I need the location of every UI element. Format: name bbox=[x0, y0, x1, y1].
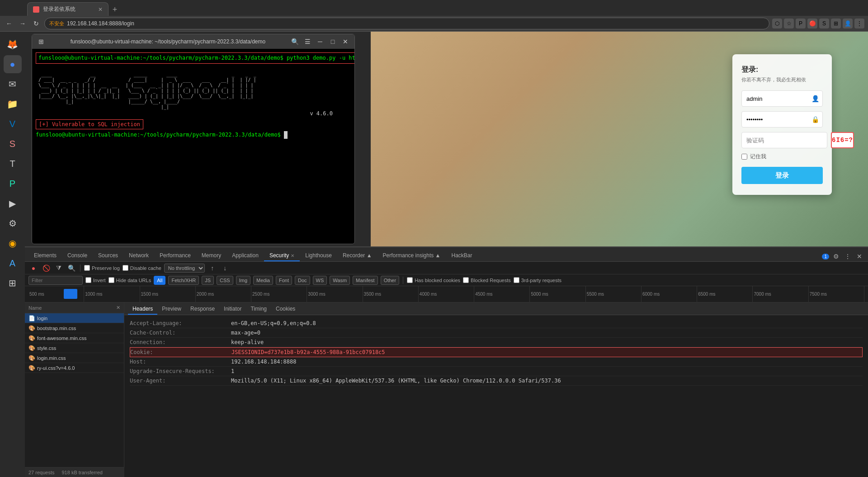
third-party-checkbox[interactable] bbox=[514, 277, 519, 283]
network-row-login[interactable]: 📄 login bbox=[25, 313, 124, 323]
filter-css-btn[interactable]: CSS bbox=[217, 276, 233, 285]
tab-close-button[interactable]: ✕ bbox=[98, 6, 103, 13]
ext-icon-7[interactable]: 👤 bbox=[843, 19, 853, 28]
sidebar-icon-orange[interactable]: ◉ bbox=[4, 234, 22, 252]
terminal-icon-btn[interactable]: ⊞ bbox=[37, 37, 46, 46]
filter-toggle-button[interactable]: ⧩ bbox=[54, 263, 64, 273]
forward-button[interactable]: → bbox=[17, 18, 28, 29]
detail-tab-preview[interactable]: Preview bbox=[157, 304, 186, 315]
invert-label[interactable]: Invert bbox=[85, 277, 106, 283]
third-party-label[interactable]: 3rd-party requests bbox=[514, 277, 561, 283]
sidebar-icon-terminal[interactable]: ▶ bbox=[4, 194, 22, 213]
hide-data-urls-checkbox[interactable] bbox=[108, 277, 114, 283]
search-button[interactable]: 🔍 bbox=[66, 263, 76, 273]
ext-icon-1[interactable]: ⬡ bbox=[772, 19, 782, 28]
sidebar-icon-settings[interactable]: ⚙ bbox=[4, 214, 22, 232]
ext-icon-3[interactable]: P bbox=[796, 19, 806, 28]
tab-hackbar[interactable]: HackBar bbox=[446, 250, 477, 261]
network-row-loginmin[interactable]: 🎨 login.min.css bbox=[25, 353, 124, 363]
remember-checkbox[interactable] bbox=[741, 154, 747, 160]
detail-tab-initiator[interactable]: Initiator bbox=[219, 304, 246, 315]
terminal-close-btn[interactable]: ✕ bbox=[341, 37, 350, 46]
sidebar-icon-pycharm[interactable]: P bbox=[4, 175, 22, 193]
tab-lighthouse[interactable]: Lighthouse bbox=[300, 250, 337, 261]
record-button[interactable]: ● bbox=[28, 263, 38, 273]
password-input[interactable] bbox=[741, 111, 823, 128]
sidebar-icon-mail[interactable]: ✉ bbox=[4, 75, 22, 93]
terminal-minimize-btn[interactable]: ─ bbox=[316, 37, 325, 46]
new-tab-button[interactable]: + bbox=[108, 3, 121, 16]
terminal-menu-btn[interactable]: ☰ bbox=[303, 37, 312, 46]
clear-button[interactable]: 🚫 bbox=[41, 263, 51, 273]
preserve-log-label[interactable]: Preserve log bbox=[84, 265, 120, 271]
ext-icon-8[interactable]: ⋮ bbox=[854, 19, 864, 28]
captcha-input[interactable] bbox=[741, 132, 827, 148]
address-bar[interactable]: 不安全 192.168.148.184:8888/login bbox=[44, 18, 769, 29]
ext-icon-4[interactable]: 🔴 bbox=[807, 19, 817, 28]
network-row-fontawesome[interactable]: 🎨 font-awesome.min.css bbox=[25, 333, 124, 343]
tab-performance[interactable]: Performance bbox=[154, 250, 196, 261]
detail-tab-response[interactable]: Response bbox=[186, 304, 219, 315]
filter-ws-btn[interactable]: WS bbox=[313, 276, 327, 285]
tab-network[interactable]: Network bbox=[123, 250, 154, 261]
detail-tab-timing[interactable]: Timing bbox=[246, 304, 271, 315]
preserve-log-checkbox[interactable] bbox=[84, 265, 90, 271]
username-input[interactable] bbox=[741, 90, 823, 107]
tab-memory[interactable]: Memory bbox=[196, 250, 226, 261]
sidebar-icon-store[interactable]: A bbox=[4, 254, 22, 272]
filter-wasm-btn[interactable]: Wasm bbox=[330, 276, 350, 285]
ext-icon-6[interactable]: ⊞ bbox=[831, 19, 841, 28]
hide-data-urls-label[interactable]: Hide data URLs bbox=[108, 277, 151, 283]
security-tab-close[interactable]: ✕ bbox=[291, 253, 294, 258]
export-icon[interactable]: ↓ bbox=[220, 263, 230, 273]
sidebar-icon-firefox[interactable]: 🦊 bbox=[4, 35, 22, 53]
tab-console[interactable]: Console bbox=[62, 250, 93, 261]
detail-tab-headers[interactable]: Headers bbox=[128, 304, 157, 315]
ext-icon-5[interactable]: S bbox=[819, 19, 829, 28]
filter-manifest-btn[interactable]: Manifest bbox=[353, 276, 378, 285]
has-blocked-checkbox[interactable] bbox=[407, 277, 413, 283]
sidebar-icon-sublime[interactable]: S bbox=[4, 135, 22, 153]
browser-tab[interactable]: 登录若依系统 ✕ bbox=[27, 2, 108, 16]
devtools-close-icon[interactable]: ✕ bbox=[854, 251, 864, 261]
filter-doc-btn[interactable]: Doc bbox=[295, 276, 310, 285]
filter-all-btn[interactable]: All bbox=[154, 276, 165, 285]
login-button[interactable]: 登录 bbox=[741, 167, 823, 184]
back-button[interactable]: ← bbox=[4, 18, 14, 29]
captcha-image[interactable]: 6I6=? bbox=[831, 132, 854, 148]
sidebar-icon-files[interactable]: 📁 bbox=[4, 95, 22, 113]
tab-security[interactable]: Security ✕ bbox=[264, 250, 300, 261]
devtools-more-icon[interactable]: ⋮ bbox=[843, 251, 853, 261]
sidebar-icon-grid[interactable]: ⊞ bbox=[4, 274, 22, 292]
filter-js-btn[interactable]: JS bbox=[202, 276, 214, 285]
sidebar-icon-notepad[interactable]: T bbox=[4, 155, 22, 173]
disable-cache-checkbox[interactable] bbox=[123, 265, 128, 271]
filter-input[interactable] bbox=[28, 276, 83, 285]
sidebar-icon-vscode[interactable]: V bbox=[4, 115, 22, 133]
filter-other-btn[interactable]: Other bbox=[381, 276, 400, 285]
close-detail-btn[interactable]: ✕ bbox=[116, 305, 120, 311]
sidebar-icon-chrome[interactable]: ● bbox=[4, 55, 22, 73]
tab-recorder[interactable]: Recorder ▲ bbox=[337, 250, 377, 261]
refresh-button[interactable]: ↻ bbox=[31, 18, 42, 29]
network-row-bootstrap[interactable]: 🎨 bootstrap.min.css bbox=[25, 323, 124, 333]
filter-img-btn[interactable]: Img bbox=[236, 276, 250, 285]
tab-elements[interactable]: Elements bbox=[28, 250, 62, 261]
tab-application[interactable]: Application bbox=[226, 250, 264, 261]
detail-tab-cookies[interactable]: Cookies bbox=[271, 304, 300, 315]
blocked-requests-checkbox[interactable] bbox=[463, 277, 469, 283]
network-row-ryui[interactable]: 🎨 ry-ui.css?v=4.6.0 bbox=[25, 363, 124, 373]
tab-performance-insights[interactable]: Performance insights ▲ bbox=[377, 250, 446, 261]
import-icon[interactable]: ↑ bbox=[208, 263, 217, 273]
has-blocked-label[interactable]: Has blocked cookies bbox=[407, 277, 460, 283]
filter-media-btn[interactable]: Media bbox=[253, 276, 273, 285]
invert-checkbox[interactable] bbox=[85, 277, 91, 283]
network-row-style[interactable]: 🎨 style.css bbox=[25, 343, 124, 353]
devtools-settings-icon[interactable]: ⚙ bbox=[831, 251, 841, 261]
filter-fetchxhr-btn[interactable]: Fetch/XHR bbox=[168, 276, 199, 285]
disable-cache-label[interactable]: Disable cache bbox=[123, 265, 161, 271]
terminal-search-btn[interactable]: 🔍 bbox=[290, 37, 299, 46]
filter-font-btn[interactable]: Font bbox=[276, 276, 292, 285]
ext-icon-2[interactable]: ☆ bbox=[784, 19, 794, 28]
terminal-maximize-btn[interactable]: □ bbox=[328, 37, 337, 46]
